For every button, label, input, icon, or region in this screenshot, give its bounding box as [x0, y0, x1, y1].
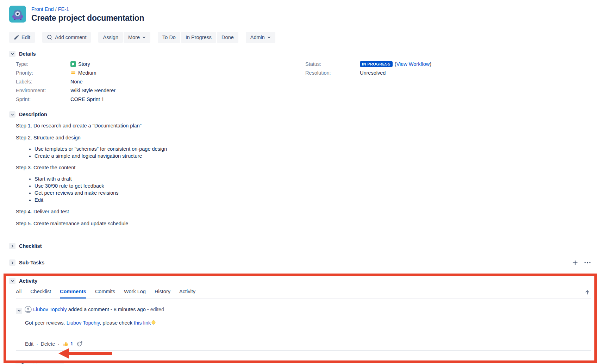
resolution-field: Resolution: Unresolved — [305, 70, 431, 76]
subtasks-collapse-toggle[interactable] — [9, 259, 15, 266]
priority-value: Medium — [70, 70, 96, 76]
add-subtask-button[interactable] — [572, 260, 578, 266]
chevron-down-icon — [17, 309, 21, 313]
chevron-right-icon — [11, 244, 14, 248]
comment-this-link[interactable]: this link — [134, 320, 151, 326]
add-reaction-button[interactable] — [77, 341, 83, 347]
admin-button[interactable]: Admin — [246, 32, 275, 43]
view-workflow-wrap: (View Workflow) — [395, 61, 431, 67]
details-left-column: Type: Story Priority: Medium Labels: Non — [16, 61, 591, 102]
todo-transition-button[interactable]: To Do — [158, 32, 180, 43]
description-step1: Step 1. Do research and create a "Docume… — [16, 122, 591, 130]
description-step3: Step 3. Create the content — [16, 164, 591, 171]
todo-button-label: To Do — [162, 34, 176, 40]
details-collapse-toggle[interactable] — [9, 51, 15, 57]
comment-delete-link[interactable]: Delete — [41, 341, 55, 347]
resolution-value: Unresolved — [360, 70, 386, 76]
breadcrumb-project-link[interactable]: Front End — [31, 6, 54, 12]
separator-dot: · — [36, 341, 38, 347]
description-step3-list: Start with a draft Use 30/90 rule to get… — [16, 175, 591, 203]
description-collapse-toggle[interactable] — [9, 111, 15, 118]
add-comment-button-toolbar[interactable]: Add comment — [42, 32, 91, 43]
list-item: Get peer reviews and make revisions — [35, 189, 591, 196]
description-step2: Step 2. Structure and design — [16, 134, 591, 142]
view-workflow-link[interactable]: View Workflow — [396, 61, 430, 67]
tab-all[interactable]: All — [16, 289, 21, 298]
tab-history[interactable]: History — [155, 289, 170, 298]
admin-button-label: Admin — [250, 34, 265, 40]
description-section-header: Description — [9, 111, 591, 118]
comment-edit-link[interactable]: Edit — [25, 341, 33, 347]
subtasks-section-title: Sub-Tasks — [19, 260, 44, 265]
like-reaction-chip[interactable]: 1 — [63, 341, 73, 347]
checklist-section: Checklist — [9, 243, 591, 249]
breadcrumb: Front End/FE-1 — [31, 6, 144, 12]
ufo-project-avatar-icon — [9, 6, 26, 23]
subtasks-actions — [572, 260, 591, 266]
comment-text: , please check — [100, 320, 134, 326]
list-item: Edit — [35, 196, 591, 203]
comment-edited-link[interactable]: edited — [150, 307, 164, 312]
more-button-label: More — [128, 34, 140, 40]
issue-header: Front End/FE-1 Create project documentat… — [9, 6, 591, 23]
edit-button[interactable]: Edit — [9, 32, 35, 43]
assign-button[interactable]: Assign — [98, 32, 123, 43]
assign-button-label: Assign — [103, 34, 118, 40]
priority-field: Priority: Medium — [16, 70, 591, 76]
comment-mention-link[interactable]: Liubov Topchiy — [67, 320, 100, 326]
comment-header: Liubov Topchiy added a comment - 8 minut… — [16, 306, 591, 314]
comment-collapse-toggle[interactable] — [16, 308, 22, 314]
labels-label: Labels: — [16, 79, 70, 84]
details-right-column: Status: IN PROGRESS (View Workflow) Reso… — [305, 61, 431, 79]
activity-section-header: Activity — [9, 278, 591, 284]
tab-commits[interactable]: Commits — [95, 289, 115, 298]
assign-more-group: Assign More — [98, 32, 150, 43]
subtasks-more-button[interactable] — [584, 262, 591, 264]
more-button[interactable]: More — [124, 32, 150, 43]
details-columns: Type: Story Priority: Medium Labels: Non — [9, 61, 591, 102]
chevron-down-icon — [11, 113, 14, 117]
type-value-text: Story — [78, 61, 90, 67]
issue-page: Front End/FE-1 Create project documentat… — [0, 0, 600, 364]
done-transition-button[interactable]: Done — [217, 32, 238, 43]
environment-label: Environment: — [16, 88, 70, 93]
activity-section: Activity All Checklist Comments Commits … — [9, 278, 591, 364]
environment-value: Wiki Style Renderer — [70, 88, 115, 93]
comment-meta: added a comment - 8 minutes ago - — [67, 307, 150, 312]
project-avatar[interactable] — [9, 6, 26, 23]
tab-checklist[interactable]: Checklist — [30, 289, 51, 298]
sprint-label: Sprint: — [16, 96, 70, 102]
paren-close: ) — [430, 61, 431, 67]
chevron-down-icon — [11, 279, 14, 283]
comment-footer: Edit · Delete · 1 — [25, 341, 591, 347]
list-item: Use templates or "schemas" for consisten… — [35, 145, 591, 152]
resolution-label: Resolution: — [305, 70, 360, 76]
priority-label: Priority: — [16, 70, 70, 76]
status-field: Status: IN PROGRESS (View Workflow) — [305, 61, 431, 67]
activity-footer: Add comment — [15, 360, 591, 364]
checklist-collapse-toggle[interactable] — [9, 243, 15, 249]
description-step2-list: Use templates or "schemas" for consisten… — [16, 145, 591, 159]
description-step5: Step 5. Create maintenance and update sc… — [16, 220, 591, 227]
details-section-title: Details — [19, 51, 36, 57]
list-item: Start with a draft — [35, 175, 591, 182]
activity-collapse-toggle[interactable] — [9, 278, 15, 284]
tab-work-log[interactable]: Work Log — [124, 289, 146, 298]
activity-section-title: Activity — [19, 278, 37, 284]
up-arrow-icon — [585, 289, 590, 295]
tab-activity[interactable]: Activity — [179, 289, 195, 298]
tab-comments[interactable]: Comments — [60, 289, 86, 299]
breadcrumb-issue-key-link[interactable]: FE-1 — [58, 6, 69, 12]
workflow-buttons-group: To Do In Progress Done — [158, 32, 238, 43]
edit-button-label: Edit — [21, 34, 30, 40]
comment-author-link[interactable]: Liubov Topchiy — [33, 307, 67, 312]
in-progress-transition-button[interactable]: In Progress — [181, 32, 216, 43]
header-text: Front End/FE-1 Create project documentat… — [31, 6, 144, 23]
thumbs-up-icon — [63, 341, 69, 347]
type-field: Type: Story — [16, 61, 591, 67]
list-item: Use 30/90 rule to get feedback — [35, 182, 591, 189]
status-badge: IN PROGRESS — [360, 61, 393, 67]
breadcrumb-separator: / — [55, 6, 57, 12]
scroll-to-top-button[interactable] — [585, 289, 590, 296]
add-comment-button-bottom[interactable]: Add comment — [15, 360, 64, 364]
